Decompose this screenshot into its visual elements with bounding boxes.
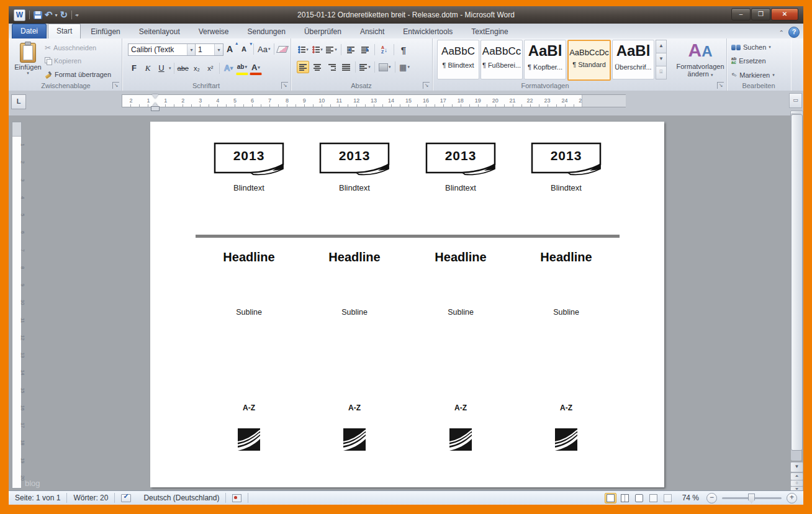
styles-more-button[interactable]: ⍗ [656, 66, 667, 79]
macro-record-status[interactable] [226, 491, 248, 505]
redo-icon[interactable]: ↻ [60, 11, 68, 19]
view-web-layout-button[interactable] [633, 493, 645, 503]
multilevel-list-button[interactable] [325, 43, 338, 56]
clear-formatting-icon[interactable] [276, 46, 289, 53]
vertical-ruler[interactable]: 1234567891011121314151617181920 [12, 122, 22, 489]
text-effects-button[interactable]: A [222, 62, 235, 74]
paste-button[interactable]: Einfügen ▾ [14, 41, 42, 81]
increase-indent-button[interactable] [359, 43, 371, 56]
align-right-button[interactable] [325, 61, 338, 73]
paste-dropdown-icon[interactable]: ▾ [14, 71, 42, 76]
superscript-button[interactable]: x² [204, 62, 217, 74]
replace-button[interactable]: abac Ersetzen [731, 57, 766, 65]
find-button[interactable]: Suchen ▾ [731, 43, 771, 51]
decrease-indent-button[interactable] [345, 43, 357, 56]
line-spacing-button[interactable] [359, 61, 371, 73]
save-icon[interactable] [34, 11, 42, 19]
shading-button[interactable] [378, 61, 392, 73]
styles-dialog-launcher[interactable]: ↘ [717, 82, 724, 89]
tab-start[interactable]: Start [48, 24, 81, 38]
borders-button[interactable]: ▦ [399, 61, 411, 73]
zoom-in-button[interactable]: + [787, 493, 797, 503]
tab-seitenlayout[interactable]: Seitenlayout [130, 25, 189, 38]
style-fussbereich[interactable]: AaBbCc ¶ Fußberei... [480, 40, 523, 79]
underline-dropdown-icon[interactable]: ▾ [169, 66, 171, 71]
font-name-combo[interactable]: Calibri (Textk ▾ [128, 43, 196, 56]
align-left-button[interactable] [297, 61, 309, 73]
font-dialog-launcher[interactable]: ↘ [281, 82, 288, 89]
restore-button[interactable]: ❐ [751, 8, 770, 20]
style-standard-selected[interactable]: AaBbCcDc ¶ Standard [567, 40, 611, 81]
vertical-scrollbar[interactable]: ▲ ▼ ⏶ ○ ⏷ [790, 92, 802, 489]
tab-verweise[interactable]: Verweise [190, 25, 238, 38]
view-print-layout-button[interactable] [605, 493, 616, 503]
minimize-button[interactable]: – [731, 8, 751, 20]
tab-entwicklertools[interactable]: Entwicklertools [394, 25, 461, 38]
align-center-button[interactable] [311, 61, 323, 73]
font-color-button[interactable]: A [250, 61, 262, 75]
spellcheck-status[interactable] [115, 491, 137, 505]
close-button[interactable]: ✕ [771, 8, 798, 20]
subscript-button[interactable]: x₂ [191, 62, 203, 74]
style-kopfbereich[interactable]: AaBl ¶ Kopfber... [524, 40, 566, 79]
italic-button[interactable]: K [142, 62, 154, 74]
collapse-ribbon-icon[interactable]: ⌃ [779, 29, 784, 36]
font-size-dropdown-icon[interactable]: ▾ [214, 44, 223, 55]
view-draft-button[interactable] [662, 493, 674, 503]
word-logo-icon[interactable]: W [14, 9, 25, 21]
next-page-button[interactable]: ⏷ [790, 486, 803, 490]
zoom-slider-track[interactable] [722, 497, 782, 499]
language-status[interactable]: Deutsch (Deutschland) [137, 491, 225, 505]
font-size-combo[interactable]: 1 ▾ [195, 43, 223, 56]
scrollbar-thumb[interactable] [791, 114, 803, 451]
styles-scroll-up-button[interactable]: ▲ [656, 40, 667, 53]
strikethrough-button[interactable]: abe [177, 62, 189, 74]
view-fullscreen-reading-button[interactable] [619, 493, 631, 503]
show-paragraph-marks-button[interactable]: ¶ [397, 43, 410, 56]
help-icon[interactable]: ? [788, 27, 800, 38]
sort-button[interactable]: AZ ↓ [378, 43, 390, 56]
tab-datei[interactable]: Datei [12, 24, 47, 38]
styles-scroll-down-button[interactable]: ▼ [656, 53, 667, 66]
change-case-button[interactable]: Aa [257, 43, 271, 55]
zoom-level[interactable]: 74 % [682, 494, 699, 502]
change-styles-button[interactable]: AA Formatvorlagenändern ▾ [675, 41, 725, 78]
numbering-button[interactable] [311, 43, 323, 56]
copy-button[interactable]: Kopieren [45, 57, 81, 65]
page-count-status[interactable]: Seite: 1 von 1 [9, 491, 66, 505]
horizontal-ruler[interactable]: 2112345678910111213141516171819202122232… [122, 94, 626, 107]
clipboard-dialog-launcher[interactable]: ↘ [112, 82, 119, 89]
underline-button[interactable]: U [155, 62, 168, 74]
style-blindtext[interactable]: AaBbC ¶ Blindtext [437, 40, 479, 79]
view-outline-button[interactable] [647, 493, 659, 503]
format-painter-button[interactable]: Format übertragen [45, 71, 111, 78]
undo-icon[interactable]: ↶ [45, 11, 53, 19]
shrink-font-button[interactable]: A [238, 43, 250, 55]
style-ueberschrift[interactable]: AaBl Überschrif... [612, 40, 654, 79]
highlight-color-button[interactable]: ab [236, 61, 248, 75]
grow-font-button[interactable]: A [223, 43, 236, 55]
zoom-out-button[interactable]: − [706, 493, 717, 503]
tab-textengine[interactable]: TextEngine [462, 25, 517, 38]
tab-selector[interactable]: L [11, 94, 26, 109]
scroll-down-icon[interactable]: ▼ [790, 462, 803, 472]
indent-marker[interactable] [152, 94, 158, 107]
word-count-status[interactable]: Wörter: 20 [67, 491, 114, 505]
document-page[interactable]: 2013 Blindtext 2013 Blindtext [150, 122, 664, 487]
tab-einfuegen[interactable]: Einfügen [82, 25, 129, 38]
hanging-indent-marker[interactable] [151, 106, 160, 111]
font-name-dropdown-icon[interactable]: ▾ [187, 44, 196, 55]
undo-dropdown-icon[interactable]: ▾ [55, 12, 58, 18]
paragraph-dialog-launcher[interactable]: ↘ [423, 82, 430, 89]
tab-ansicht[interactable]: Ansicht [351, 25, 393, 38]
select-button[interactable]: ⇖ Markieren ▾ [731, 71, 775, 79]
tab-sendungen[interactable]: Sendungen [238, 25, 294, 38]
bold-button[interactable]: F [128, 62, 140, 74]
customize-qat-icon[interactable]: ▿̶ [76, 12, 78, 18]
cut-button[interactable]: ✂ Ausschneiden [45, 43, 96, 52]
tab-ueberpruefen[interactable]: Überprüfen [295, 25, 350, 38]
scrollbar-track[interactable] [791, 113, 801, 461]
bullets-button[interactable] [297, 43, 309, 56]
zoom-slider-thumb[interactable] [748, 494, 755, 503]
justify-button[interactable] [340, 61, 352, 73]
